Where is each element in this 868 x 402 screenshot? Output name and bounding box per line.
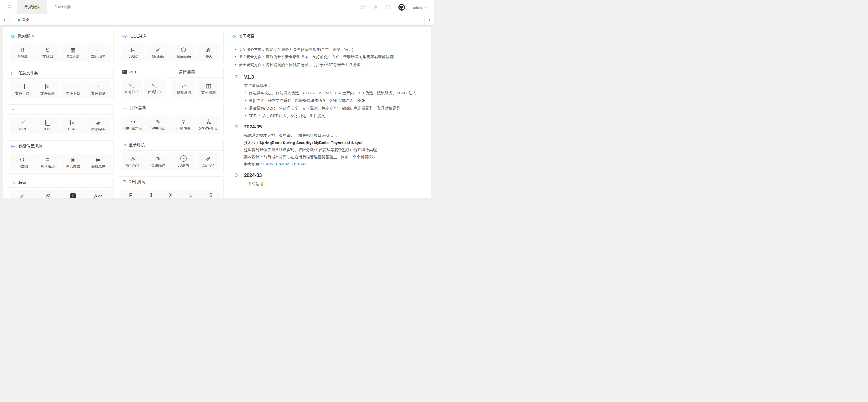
redirect-arrow-icon: ↪ xyxy=(122,119,145,125)
file-upload-icon: ↑ xyxy=(11,83,34,90)
letter-r-icon: R xyxy=(11,47,34,53)
item-label: 登录绕过 xyxy=(147,163,169,168)
vuln-item-hibernate[interactable]: Hibernate xyxy=(172,44,195,61)
vuln-item-code-injection[interactable]: >_ 代码注入 xyxy=(144,79,166,97)
timeline-dot-icon xyxy=(235,125,238,128)
vuln-item-file-read[interactable]: ◎ 文件读取 xyxy=(35,81,60,98)
vuln-item-jpa[interactable]: JPA xyxy=(196,44,220,61)
timeline-text: 一个想法💡 xyxy=(244,181,421,188)
vuln-item-xss-other[interactable]: ⋯ 其他场景 xyxy=(86,44,111,62)
refresh-icon[interactable] xyxy=(360,5,365,10)
vuln-item-url-redirect[interactable]: ↪ URL重定向 xyxy=(121,116,145,134)
vuln-item-account-security[interactable]: 账号安全 xyxy=(121,153,145,170)
tab-java-topics[interactable]: Java专题 xyxy=(48,0,79,14)
vuln-item-cross-origin[interactable]: ◈ 跨源安全 xyxy=(86,117,111,134)
item-label: 凭证安全 xyxy=(197,163,220,168)
vuln-item-command-injection[interactable]: >_ 命令注入 xyxy=(121,79,143,97)
ellipsis-card-icon: ⋯ xyxy=(11,107,16,112)
key-icon xyxy=(197,156,220,162)
timeline-bullet: 跨站脚本攻击、跨站请求伪造、CORS、JSONP、URL重定向、XFF伪造、拒绝… xyxy=(244,90,421,97)
card-header: ▤ 敏感信息泄漏 xyxy=(7,141,113,152)
item-label: SSRF xyxy=(11,127,34,131)
collapse-sidebar-icon[interactable] xyxy=(7,5,12,10)
vuln-item-backup-file[interactable]: ▤ 备份文件 xyxy=(86,154,111,171)
item-label: CSRF xyxy=(61,127,85,131)
vuln-item-jdbc[interactable]: JDBC xyxy=(121,44,145,61)
card-header: ▢ 任意文件类 xyxy=(7,68,113,78)
item-label: 目录遍历 xyxy=(36,164,59,169)
vuln-item-fastjson[interactable]: F Fastjson xyxy=(121,190,141,198)
vuln-item-test-page[interactable]: ◉ 测试页面 xyxy=(61,154,85,171)
vuln-item-mybatis[interactable]: MyBatis xyxy=(146,44,170,61)
card-title: 登录对抗 xyxy=(129,142,145,148)
vuln-item-credential-security[interactable]: 凭证安全 xyxy=(196,153,220,170)
tab-home[interactable]: 首页 xyxy=(12,16,34,24)
vuln-item-ssti-injection[interactable]: # SSTI注入 xyxy=(61,190,85,198)
vuln-item-xpath-injection[interactable]: XPATH注入 xyxy=(196,116,220,134)
fullscreen-icon[interactable] xyxy=(385,5,391,10)
vuln-item-idor[interactable]: ⇄ 越权漏洞 xyxy=(172,80,196,98)
vuln-item-springboot[interactable]: SpringBoot xyxy=(10,190,34,198)
vuln-item-csrf[interactable]: ↻ CSRF xyxy=(61,117,85,134)
card-body: ↑ 文件上传 ◎ 文件读取 ↓ 文件下载 × 文件删除 xyxy=(7,78,113,101)
row-rce-logic: >_ RCE >_ 命令注入 >_ 代码注入 ∴ 逻辑漏 xyxy=(118,67,224,103)
about-bullet: 甲方安全方面：可作为开发安全培训演示，友好的交互方式，帮助研发同学更容易理解漏洞 xyxy=(234,53,421,61)
target-icon: ◉ xyxy=(61,156,85,163)
vuln-item-dir-traversal[interactable]: ≣ 目录遍历 xyxy=(35,154,60,171)
vuln-item-stored-xss[interactable]: S 存储型 xyxy=(35,44,60,62)
user-menu[interactable]: admin ▾ xyxy=(413,5,426,9)
card-header: ∴ 逻辑漏洞 xyxy=(169,67,223,78)
item-label: 命令注入 xyxy=(122,90,143,95)
card-title: 其他漏洞 xyxy=(129,106,146,111)
vuln-item-shiro[interactable]: S Shiro xyxy=(201,190,220,198)
card-body: ⇄ 越权漏洞 ◫ 支付漏洞 xyxy=(169,78,223,100)
item-label: JPA xyxy=(197,55,220,59)
vuln-item-xxe[interactable]: <> XXE xyxy=(35,117,60,134)
vuln-item-js-reverse[interactable]: JS JS逆向 xyxy=(172,153,195,170)
shield-icon: ◈ xyxy=(87,120,110,126)
card-header: ⋯ 其他漏洞 xyxy=(118,103,223,114)
timeline-heading: V1.3 xyxy=(244,74,421,80)
card-sql-injection: SQL SQL注入 JDBC MyBatis Hibernate xyxy=(118,31,224,63)
vuln-item-spel-injection[interactable]: SPEL注入 xyxy=(35,190,60,198)
leaf-icon xyxy=(197,47,220,53)
item-label: JDBC xyxy=(122,55,145,59)
tabs-scroll-right-icon[interactable]: › xyxy=(424,14,434,25)
vuln-item-file-delete[interactable]: × 文件删除 xyxy=(86,81,111,98)
card-sensitive-info: ▤ 敏感信息泄漏 {} JS泄漏 ≣ 目录遍历 ◉ 测试页面 ▤ 备份 xyxy=(7,140,114,174)
vuln-item-file-upload[interactable]: ↑ 文件上传 xyxy=(10,81,34,98)
login-card-icon: ⇥ xyxy=(122,143,126,147)
main-nav: 常规漏洞 Java专题 xyxy=(17,0,79,14)
tech-stack-value: SpringBoot+Spring Security+MyBatis+Thyme… xyxy=(259,140,363,145)
tabs-scroll-left-icon[interactable]: ‹ xyxy=(0,14,10,25)
card-body: ↪ URL重定向 ✎ XFF伪造 拒绝服务 XPATH注入 xyxy=(118,114,223,136)
icon-glyph: <> xyxy=(45,120,50,126)
item-label: 跨源安全 xyxy=(87,127,110,132)
column-middle: SQL SQL注入 JDBC MyBatis Hibernate xyxy=(118,31,224,194)
card-header: ⊛ 关于项目 xyxy=(228,31,427,42)
vuln-item-js-leak[interactable]: {} JS泄漏 xyxy=(10,154,34,171)
vuln-item-log4j2[interactable]: L Log4j2 xyxy=(181,190,200,198)
vuln-item-jackson[interactable]: J Jackson xyxy=(141,190,160,198)
vuln-item-deserialization[interactable]: json 反序列化 xyxy=(86,190,111,198)
vuln-item-xstream[interactable]: X XStream xyxy=(161,190,181,198)
vuln-item-payment[interactable]: ◫ 支付漏洞 xyxy=(197,80,220,98)
link-javasec[interactable]: JavaSec xyxy=(291,162,306,166)
card-body: F Fastjson J Jackson X XStream L Log4j2 … xyxy=(118,187,223,198)
active-tab-dot-icon xyxy=(18,19,20,21)
icon-glyph: ◎ xyxy=(45,84,50,90)
vuln-item-file-download[interactable]: ↓ 文件下载 xyxy=(61,81,85,98)
vuln-item-xff-forgery[interactable]: ✎ XFF伪造 xyxy=(146,116,170,134)
tab-general-vulns[interactable]: 常规漏洞 xyxy=(17,0,48,14)
vuln-item-dos[interactable]: 拒绝服务 xyxy=(172,116,195,134)
vuln-item-reflected-xss[interactable]: R 反射型 xyxy=(10,44,34,62)
vuln-item-ssrf[interactable]: ↗ SSRF xyxy=(10,117,34,134)
letter-f-icon: F xyxy=(122,192,140,198)
vuln-item-login-bypass[interactable]: ✎ 登录绕过 xyxy=(146,153,170,170)
card-title: Java xyxy=(18,180,26,185)
github-icon[interactable] xyxy=(398,4,405,11)
vuln-item-dom-xss[interactable]: ▦ DOM型 xyxy=(61,44,85,62)
link-hello-java-sec[interactable]: Hello-Java-Sec xyxy=(264,162,290,166)
swap-arrows-icon: ⇄ xyxy=(173,82,195,89)
clear-cache-icon[interactable] xyxy=(373,5,378,10)
